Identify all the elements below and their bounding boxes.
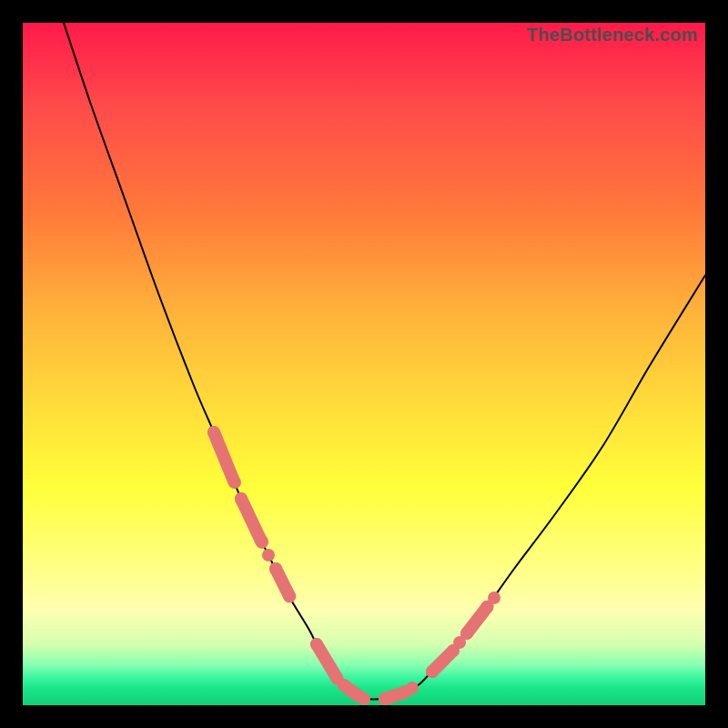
curve-marker-cap bbox=[283, 590, 296, 602]
curve-marker-dot bbox=[488, 592, 500, 604]
curve-marker-cap bbox=[338, 679, 350, 692]
curve-marker-cap bbox=[426, 665, 439, 678]
curve-marker-cap bbox=[207, 426, 220, 439]
curve-marker-dot bbox=[262, 549, 275, 561]
curve-marker-cap bbox=[269, 562, 282, 575]
chart-frame: TheBottleneck.com bbox=[23, 23, 705, 705]
curve-marker-cap bbox=[228, 476, 241, 489]
marker-layer bbox=[23, 23, 705, 705]
curve-marker-cap bbox=[235, 492, 248, 505]
curve-marker-dot bbox=[406, 682, 419, 694]
curve-marker-dot bbox=[358, 693, 370, 705]
curve-marker-cap bbox=[379, 693, 391, 705]
curve-marker-cap bbox=[310, 638, 323, 651]
curve-marker-cap bbox=[256, 535, 268, 548]
curve-marker-cap bbox=[460, 627, 473, 640]
